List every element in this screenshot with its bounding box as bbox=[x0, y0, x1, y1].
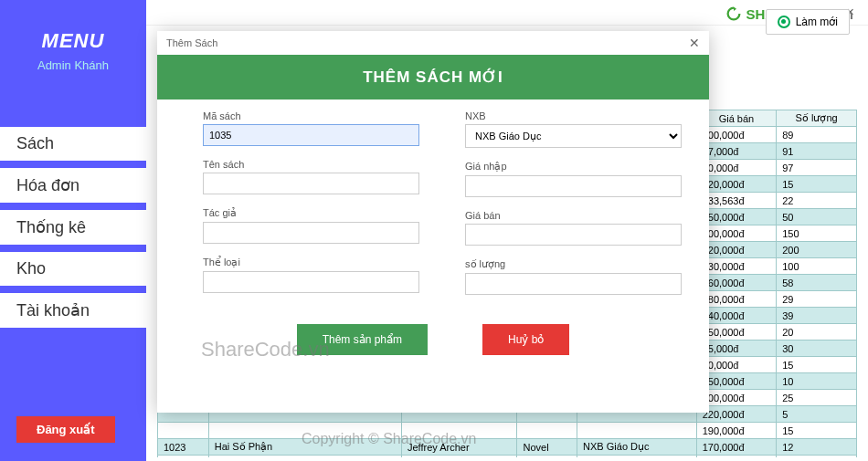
code-label: Mã sách bbox=[203, 110, 419, 121]
modal-close-icon[interactable]: ✕ bbox=[689, 36, 700, 50]
table-cell: 100 bbox=[777, 258, 857, 275]
author-input[interactable] bbox=[203, 222, 419, 244]
genre-input[interactable] bbox=[203, 271, 419, 293]
name-label: Tên sách bbox=[203, 159, 419, 170]
recycle-icon bbox=[725, 5, 742, 22]
add-product-button[interactable]: Thêm sản phẩm bbox=[297, 324, 428, 355]
table-cell: 22 bbox=[777, 193, 857, 209]
table-cell bbox=[208, 423, 401, 439]
table-cell: 25 bbox=[777, 390, 857, 406]
sellprice-label: Giá bán bbox=[465, 210, 682, 221]
refresh-label: Làm mới bbox=[796, 16, 838, 28]
add-book-modal: Thêm Sách ✕ THÊM SÁCH MỚI Mã sách Tên sá… bbox=[157, 31, 709, 413]
table-cell: 1023 bbox=[158, 439, 209, 456]
publisher-label: NXB bbox=[465, 110, 682, 121]
table-cell: 50 bbox=[777, 209, 857, 225]
quantity-input[interactable] bbox=[465, 273, 682, 295]
name-input[interactable] bbox=[203, 173, 419, 194]
table-cell: 97 bbox=[777, 160, 857, 176]
sidebar-item-account[interactable]: Tài khoản bbox=[0, 293, 146, 328]
current-user: Admin Khánh bbox=[0, 58, 146, 72]
table-cell bbox=[577, 423, 697, 439]
table-cell: 89 bbox=[777, 127, 857, 143]
table-row[interactable]: 1024Người ĐọcNXB Trẻ90,000đ18 bbox=[158, 456, 857, 458]
modal-title: THÊM SÁCH MỚI bbox=[157, 55, 709, 100]
sidebar-item-warehouse[interactable]: Kho bbox=[0, 252, 146, 286]
sidebar-item-invoices[interactable]: Hóa đơn bbox=[0, 168, 146, 203]
table-cell: 39 bbox=[777, 308, 857, 324]
publisher-select[interactable]: NXB Giáo Dục bbox=[465, 124, 682, 148]
table-cell bbox=[517, 456, 577, 458]
table-row[interactable]: 1023Hai Số PhậnJeffrey ArcherNovelNXB Gi… bbox=[158, 439, 857, 456]
table-cell: 190,000đ bbox=[696, 423, 777, 439]
table-cell: 90,000đ bbox=[696, 456, 777, 458]
table-cell: NXB Trẻ bbox=[577, 456, 697, 458]
table-cell: 12 bbox=[777, 439, 857, 456]
table-row[interactable]: 190,000đ15 bbox=[158, 423, 857, 439]
table-cell: 15 bbox=[777, 176, 857, 193]
menu-title: MENU bbox=[0, 29, 146, 53]
table-cell: Hai Số Phận bbox=[208, 439, 401, 456]
sidebar-item-books[interactable]: Sách bbox=[0, 127, 146, 161]
table-cell: 170,000đ bbox=[696, 439, 777, 456]
sellprice-input[interactable] bbox=[465, 224, 682, 246]
table-cell: 18 bbox=[777, 456, 857, 458]
logout-button[interactable]: Đăng xuất bbox=[16, 416, 115, 443]
cancel-button[interactable]: Huỷ bỏ bbox=[482, 324, 569, 355]
table-cell: NXB Giáo Dục bbox=[577, 439, 697, 456]
refresh-button[interactable]: Làm mới bbox=[766, 9, 850, 35]
table-cell bbox=[401, 456, 517, 458]
table-cell: 150 bbox=[777, 225, 857, 242]
table-header[interactable]: Số lượng bbox=[777, 110, 857, 127]
table-cell: 15 bbox=[777, 357, 857, 373]
table-cell: 15 bbox=[777, 423, 857, 439]
table-cell bbox=[158, 423, 209, 439]
table-cell: Novel bbox=[517, 439, 577, 456]
table-cell: 20 bbox=[777, 324, 857, 341]
genre-label: Thể loại bbox=[203, 257, 419, 268]
table-cell: 29 bbox=[777, 291, 857, 308]
sidebar: MENU Admin Khánh Sách Hóa đơn Thống kê K… bbox=[0, 0, 146, 461]
author-label: Tác giả bbox=[203, 207, 419, 219]
table-cell: Jeffrey Archer bbox=[401, 439, 517, 456]
buyprice-input[interactable] bbox=[465, 175, 682, 197]
table-cell: Người Đọc bbox=[208, 456, 401, 458]
table-cell: 58 bbox=[777, 275, 857, 291]
table-cell: 5 bbox=[777, 406, 857, 423]
sidebar-item-stats[interactable]: Thống kê bbox=[0, 210, 146, 245]
table-cell: 30 bbox=[777, 341, 857, 357]
refresh-icon bbox=[778, 16, 790, 28]
table-cell: 10 bbox=[777, 373, 857, 390]
table-cell bbox=[401, 423, 517, 439]
table-cell: 91 bbox=[777, 143, 857, 160]
buyprice-label: Giá nhập bbox=[465, 161, 682, 173]
table-cell: 200 bbox=[777, 242, 857, 258]
code-input[interactable] bbox=[203, 124, 419, 146]
table-cell bbox=[517, 423, 577, 439]
table-cell: 1024 bbox=[158, 456, 209, 458]
modal-caption: Thêm Sách bbox=[166, 37, 217, 48]
quantity-label: số lượng bbox=[465, 258, 682, 270]
